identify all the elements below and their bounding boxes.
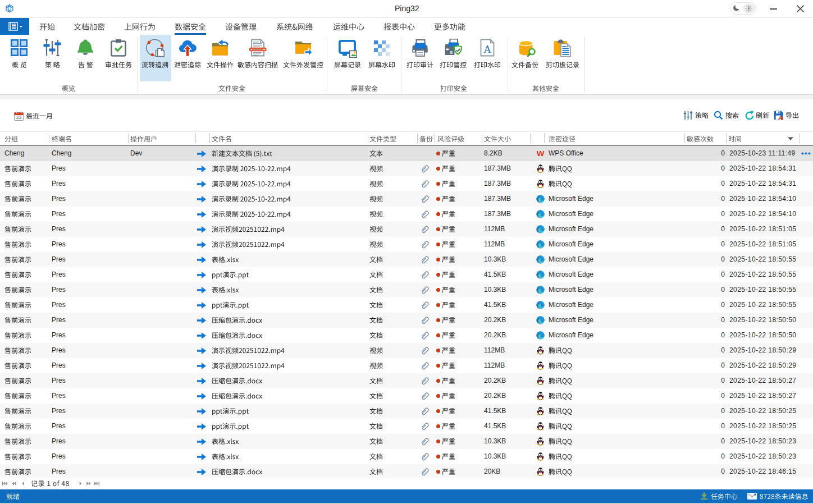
svg-text:W: W bbox=[537, 149, 545, 158]
svg-text:23: 23 bbox=[16, 115, 22, 120]
svg-text:A: A bbox=[483, 43, 491, 55]
